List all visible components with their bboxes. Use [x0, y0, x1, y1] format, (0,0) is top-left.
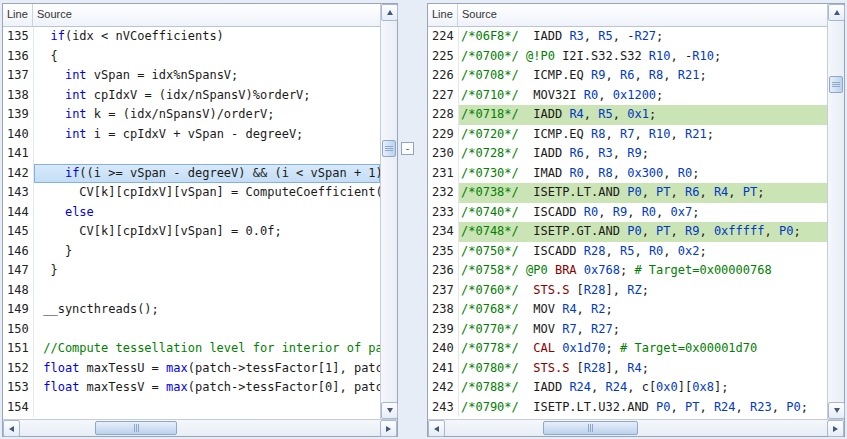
scrollbar-thumb[interactable] — [829, 76, 843, 93]
code-row[interactable]: 241/*0780*/ STS.S [R28], R4; — [428, 359, 827, 379]
scrollbar-thumb[interactable] — [543, 421, 638, 435]
line-number: 138 — [3, 86, 34, 106]
code-row[interactable]: 141 — [3, 144, 380, 164]
source-column-header: Source — [458, 4, 827, 26]
scroll-right-button[interactable] — [827, 420, 844, 437]
code-row[interactable]: 138 int cpIdxV = (idx/nSpansV)%orderV; — [3, 86, 380, 106]
code-row[interactable]: 154 — [3, 398, 380, 418]
scroll-down-button[interactable] — [828, 402, 845, 419]
code-text: /*0778*/ CAL 0x1d70; # Target=0x00001d70 — [459, 339, 827, 359]
line-number: 235 — [428, 242, 459, 262]
code-row[interactable]: 230/*0728*/ IADD R6, R3, R9; — [428, 144, 827, 164]
code-row[interactable]: 140 int i = cpIdxV + vSpan - degreeV; — [3, 125, 380, 145]
scroll-left-button[interactable] — [3, 420, 20, 437]
code-row[interactable]: 242/*0788*/ IADD R24, R24, c[0x0][0x8]; — [428, 378, 827, 398]
code-row[interactable]: 232/*0738*/ ISETP.LT.AND P0, PT, R6, R4,… — [428, 183, 827, 203]
code-row[interactable]: 150 — [3, 320, 380, 340]
code-row[interactable]: 143 CV[k][cpIdxV][vSpan] = ComputeCoeffi… — [3, 183, 380, 203]
line-number: 230 — [428, 144, 459, 164]
line-number: 135 — [3, 27, 34, 47]
code-row[interactable]: 225/*0700*/ @!P0 I2I.S32.S32 R10, -R10; — [428, 47, 827, 67]
code-row[interactable]: 151 //Compute tessellation level for int… — [3, 339, 380, 359]
code-text: /*0738*/ ISETP.LT.AND P0, PT, R6, R4, PT… — [459, 183, 827, 203]
line-number: 146 — [3, 242, 34, 262]
line-column-header: Line — [3, 4, 33, 26]
code-text: /*0780*/ STS.S [R28], R4; — [459, 359, 827, 379]
collapse-glyph: - — [404, 144, 410, 154]
code-row[interactable]: 234/*0748*/ ISETP.GT.AND P0, PT, R9, 0xf… — [428, 222, 827, 242]
code-row[interactable]: 228/*0718*/ IADD R4, R5, 0x1; — [428, 105, 827, 125]
line-number: 243 — [428, 398, 459, 418]
code-row[interactable]: 236/*0758*/ @P0 BRA 0x768; # Target=0x00… — [428, 261, 827, 281]
code-row[interactable]: 148 — [3, 281, 380, 301]
line-number: 237 — [428, 281, 459, 301]
thumb-grip-icon — [832, 82, 840, 87]
code-row[interactable]: 243/*0790*/ ISETP.LT.U32.AND P0, PT, R24… — [428, 398, 827, 418]
code-text: __syncthreads(); — [34, 300, 380, 320]
code-row[interactable]: 239/*0770*/ MOV R7, R27; — [428, 320, 827, 340]
line-number: 241 — [428, 359, 459, 379]
scrollbar-thumb[interactable] — [382, 140, 396, 157]
code-text — [34, 398, 380, 418]
line-number: 236 — [428, 261, 459, 281]
code-row[interactable]: 226/*0708*/ ICMP.EQ R9, R6, R8, R21; — [428, 66, 827, 86]
code-row[interactable]: 146 } — [3, 242, 380, 262]
code-row[interactable]: 240/*0778*/ CAL 0x1d70; # Target=0x00001… — [428, 339, 827, 359]
code-row[interactable]: 137 int vSpan = idx%nSpansV; — [3, 66, 380, 86]
line-number: 153 — [3, 378, 34, 398]
code-row[interactable]: 235/*0750*/ ISCADD R28, R5, R0, 0x2; — [428, 242, 827, 262]
code-row[interactable]: 147 } — [3, 261, 380, 281]
vertical-scrollbar[interactable] — [380, 4, 397, 419]
code-row[interactable]: 224/*06F8*/ IADD R3, R5, -R27; — [428, 27, 827, 47]
scroll-up-button[interactable] — [381, 4, 398, 21]
code-text: /*0720*/ ICMP.EQ R8, R7, R10, R21; — [459, 125, 827, 145]
line-number: 234 — [428, 222, 459, 242]
code-row[interactable]: 152 float maxTessU = max(patch->tessFact… — [3, 359, 380, 379]
line-number: 227 — [428, 86, 459, 106]
code-text: /*0790*/ ISETP.LT.U32.AND P0, PT, R24, R… — [459, 398, 827, 418]
code-text: /*0740*/ ISCADD R0, R9, R0, 0x7; — [459, 203, 827, 223]
code-row[interactable]: 237/*0760*/ STS.S [R28], RZ; — [428, 281, 827, 301]
scrollbar-thumb[interactable] — [95, 421, 177, 435]
horizontal-scrollbar[interactable] — [3, 419, 397, 436]
scroll-right-button[interactable] — [380, 420, 397, 437]
code-row[interactable]: 142 if((i >= vSpan - degreeV) && (i < vS… — [3, 164, 380, 184]
column-header: Line Source — [428, 4, 827, 27]
code-text: /*0710*/ MOV32I R0, 0x1200; — [459, 86, 827, 106]
code-text: int vSpan = idx%nSpansV; — [34, 66, 380, 86]
scroll-up-button[interactable] — [828, 4, 845, 21]
code-row[interactable]: 135 if(idx < nVCoefficients) — [3, 27, 380, 47]
scroll-down-button[interactable] — [381, 402, 398, 419]
thumb-grip-icon — [588, 424, 593, 432]
code-row[interactable]: 229/*0720*/ ICMP.EQ R8, R7, R10, R21; — [428, 125, 827, 145]
code-text: { — [34, 47, 380, 67]
source-column-header: Source — [33, 4, 380, 26]
code-text: /*0760*/ STS.S [R28], RZ; — [459, 281, 827, 301]
code-row[interactable]: 238/*0768*/ MOV R4, R2; — [428, 300, 827, 320]
code-row[interactable]: 231/*0730*/ IMAD R0, R8, 0x300, R0; — [428, 164, 827, 184]
code-row[interactable]: 149 __syncthreads(); — [3, 300, 380, 320]
code-row[interactable]: 139 int k = (idx/nSpansV)/orderV; — [3, 105, 380, 125]
code-row[interactable]: 144 else — [3, 203, 380, 223]
down-arrow-icon — [834, 408, 840, 413]
horizontal-scrollbar[interactable] — [428, 419, 844, 436]
code-text: /*0770*/ MOV R7, R27; — [459, 320, 827, 340]
code-text: /*06F8*/ IADD R3, R5, -R27; — [459, 27, 827, 47]
code-row[interactable]: 153 float maxTessV = max(patch->tessFact… — [3, 378, 380, 398]
code-row[interactable]: 233/*0740*/ ISCADD R0, R9, R0, 0x7; — [428, 203, 827, 223]
vertical-scrollbar[interactable] — [827, 4, 844, 419]
code-text: /*0758*/ @P0 BRA 0x768; # Target=0x00000… — [459, 261, 827, 281]
code-text: //Compute tessellation level for interio… — [34, 339, 380, 359]
line-number: 228 — [428, 105, 459, 125]
line-number: 226 — [428, 66, 459, 86]
scroll-left-button[interactable] — [428, 420, 445, 437]
splitter-collapse-button[interactable]: - — [401, 142, 414, 155]
code-row[interactable]: 136 { — [3, 47, 380, 67]
code-text: /*0768*/ MOV R4, R2; — [459, 300, 827, 320]
code-row[interactable]: 227/*0710*/ MOV32I R0, 0x1200; — [428, 86, 827, 106]
code-row[interactable]: 145 CV[k][cpIdxV][vSpan] = 0.0f; — [3, 222, 380, 242]
line-number: 224 — [428, 27, 459, 47]
code-text: if((i >= vSpan - degreeV) && (i < vSpan … — [34, 164, 380, 184]
line-number: 229 — [428, 125, 459, 145]
code-text: } — [34, 242, 380, 262]
